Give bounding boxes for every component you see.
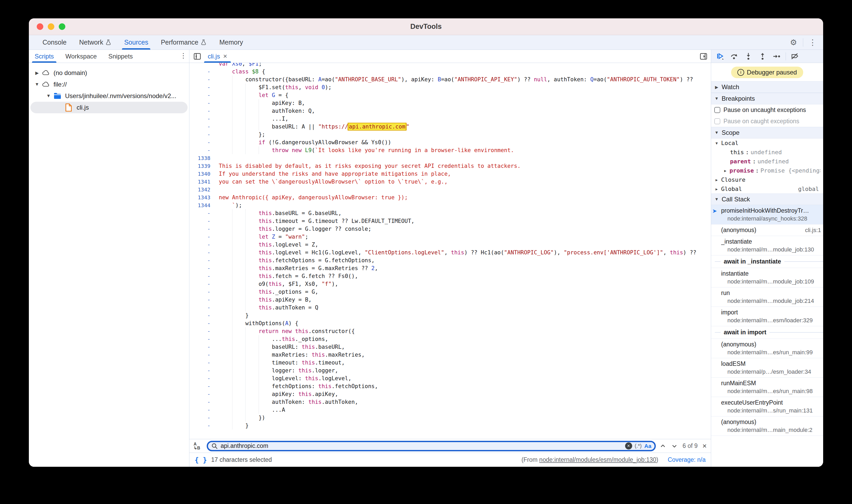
regex-toggle[interactable]: (.*) bbox=[635, 443, 642, 449]
code-line[interactable]: 1339This is disabled by default, as it r… bbox=[190, 162, 711, 170]
code-line[interactable]: - return new this.constructor({ bbox=[190, 327, 711, 335]
call-stack-frame[interactable]: loadESMnode:internal/p…/esm_loader:34 bbox=[711, 358, 823, 378]
line-number-gutter[interactable]: - bbox=[190, 107, 214, 115]
watch-section-header[interactable]: ▶ Watch bbox=[711, 81, 823, 93]
line-number-gutter[interactable]: - bbox=[190, 375, 214, 382]
line-number-gutter[interactable]: 1339 bbox=[190, 162, 214, 170]
clear-search-icon[interactable]: × bbox=[625, 443, 632, 449]
collapse-navigator-icon[interactable] bbox=[192, 51, 203, 62]
line-number-gutter[interactable]: - bbox=[190, 390, 214, 398]
code-line[interactable]: - }) bbox=[190, 414, 711, 422]
line-number-gutter[interactable]: - bbox=[190, 217, 214, 225]
line-number-gutter[interactable]: - bbox=[190, 99, 214, 107]
code-line[interactable]: - apiKey: B, bbox=[190, 99, 711, 107]
toggle-replace-icon[interactable]: A ↳B bbox=[194, 442, 203, 450]
line-number-gutter[interactable]: - bbox=[190, 209, 214, 217]
code-line[interactable]: - o9(this, $F1, Xs0, "f"), bbox=[190, 280, 711, 288]
code-line[interactable]: - } bbox=[190, 311, 711, 319]
code-line[interactable]: - ...this._options, bbox=[190, 335, 711, 343]
code-line[interactable]: - } bbox=[190, 422, 711, 430]
code-line[interactable]: 1341you can set the \`dangerouslyAllowBr… bbox=[190, 178, 711, 186]
match-case-toggle[interactable]: Aa bbox=[644, 443, 651, 449]
line-number-gutter[interactable]: - bbox=[190, 414, 214, 422]
coverage-link[interactable]: Coverage: n/a bbox=[668, 456, 706, 463]
line-number-gutter[interactable]: - bbox=[190, 296, 214, 304]
close-tab-icon[interactable]: × bbox=[223, 52, 227, 60]
tab-console[interactable]: Console bbox=[36, 35, 73, 50]
line-number-gutter[interactable]: - bbox=[190, 359, 214, 366]
call-stack-frame[interactable]: ➤promiseInitHookWithDestroyTr…node:inter… bbox=[711, 205, 823, 224]
pause-uncaught-checkbox[interactable] bbox=[714, 107, 720, 113]
code-line[interactable]: - this.maxRetries = G.maxRetries ?? 2, bbox=[190, 264, 711, 272]
line-number-gutter[interactable]: - bbox=[190, 241, 214, 249]
step-out-icon[interactable] bbox=[756, 51, 769, 61]
code-line[interactable]: - maxRetries: this.maxRetries, bbox=[190, 351, 711, 359]
code-line[interactable]: - withOptions(A) { bbox=[190, 319, 711, 327]
line-number-gutter[interactable]: - bbox=[190, 256, 214, 264]
scope-property-row[interactable]: ▶promise: Promise {<pending>} bbox=[711, 166, 823, 175]
call-stack-frame[interactable]: runMainESMnode:internal/m…es/run_main:98 bbox=[711, 378, 823, 397]
code-line[interactable]: - fetchOptions: this.fetchOptions, bbox=[190, 382, 711, 390]
step-icon[interactable] bbox=[770, 51, 783, 61]
call-stack-frame[interactable]: (anonymous)node:internal/m…main_module:2 bbox=[711, 416, 823, 436]
line-number-gutter[interactable]: - bbox=[190, 366, 214, 375]
line-number-gutter[interactable]: 1344 bbox=[190, 201, 214, 209]
line-number-gutter[interactable]: - bbox=[190, 272, 214, 280]
scope-section-header[interactable]: ▼ Scope bbox=[711, 127, 823, 139]
callstack-section-header[interactable]: ▼ Call Stack bbox=[711, 194, 823, 205]
line-number-gutter[interactable]: 1340 bbox=[190, 170, 214, 178]
code-line[interactable]: - this.baseURL = G.baseURL, bbox=[190, 209, 711, 217]
tree-item-users-jinhuilee-nvm-versions-node-v2-[interactable]: ▼Users/jinhuilee/.nvm/versions/node/v2..… bbox=[29, 90, 189, 102]
line-number-gutter[interactable]: - bbox=[190, 335, 214, 343]
code-line[interactable]: - this.logger = G.logger ?? console; bbox=[190, 225, 711, 233]
code-line[interactable]: - this.apiKey = B, bbox=[190, 296, 711, 304]
pretty-print-icon[interactable]: { } bbox=[195, 456, 207, 464]
source-editor[interactable]: var Xs0, $F1;- class $8 {- constructor({… bbox=[190, 63, 711, 439]
call-stack-frame[interactable]: _instantiatenode:internal/m…module_job:1… bbox=[711, 236, 823, 255]
code-line[interactable]: - logLevel: this.logLevel, bbox=[190, 375, 711, 382]
code-line[interactable]: 1340If you understand the risks and have… bbox=[190, 170, 711, 178]
step-into-icon[interactable] bbox=[742, 51, 755, 61]
code-line[interactable]: - let G = { bbox=[190, 91, 711, 99]
line-number-gutter[interactable]: - bbox=[190, 115, 214, 123]
line-number-gutter[interactable]: 1341 bbox=[190, 178, 214, 186]
tree-item-cli-js[interactable]: cli.js bbox=[29, 102, 189, 113]
more-options-kebab-icon[interactable]: ⋮ bbox=[807, 37, 818, 48]
code-line[interactable]: - ...A bbox=[190, 406, 711, 414]
line-number-gutter[interactable]: - bbox=[190, 84, 214, 91]
code-line[interactable]: - class $8 { bbox=[190, 68, 711, 75]
tree-item--no-domain-[interactable]: ▶(no domain) bbox=[29, 67, 189, 79]
code-line[interactable]: - if (!G.dangerouslyAllowBrowser && Ys0(… bbox=[190, 139, 711, 146]
line-number-gutter[interactable]: 1338 bbox=[190, 154, 214, 162]
code-line[interactable]: - authToken: this.authToken, bbox=[190, 398, 711, 406]
code-line[interactable]: - authToken: Q, bbox=[190, 107, 711, 115]
tab-memory[interactable]: Memory bbox=[213, 35, 249, 50]
line-number-gutter[interactable]: - bbox=[190, 131, 214, 139]
code-line[interactable]: 1342 bbox=[190, 186, 711, 194]
breakpoints-section-header[interactable]: ▼ Breakpoints bbox=[711, 93, 823, 104]
line-number-gutter[interactable]: - bbox=[190, 406, 214, 414]
line-number-gutter[interactable]: - bbox=[190, 398, 214, 406]
line-number-gutter[interactable]: - bbox=[190, 311, 214, 319]
line-number-gutter[interactable]: - bbox=[190, 382, 214, 390]
call-stack-frame[interactable]: importnode:internal/m…esm/loader:329 bbox=[711, 307, 823, 326]
call-stack-frame[interactable]: (anonymous)cli.js:1 bbox=[711, 224, 823, 236]
line-number-gutter[interactable] bbox=[190, 63, 214, 68]
code-line[interactable]: - this.timeout = G.timeout ?? Lw.DEFAULT… bbox=[190, 217, 711, 225]
line-number-gutter[interactable]: - bbox=[190, 288, 214, 296]
scope-global-row[interactable]: ▶ Global global bbox=[711, 184, 823, 194]
code-line[interactable]: - this.authToken = Q bbox=[190, 304, 711, 311]
resume-script-icon[interactable] bbox=[714, 51, 726, 61]
code-line[interactable]: 1344 `); bbox=[190, 201, 711, 209]
line-number-gutter[interactable]: 1342 bbox=[190, 186, 214, 194]
line-number-gutter[interactable]: - bbox=[190, 304, 214, 311]
close-search-icon[interactable]: × bbox=[703, 442, 707, 450]
code-line[interactable]: - timeout: this.timeout, bbox=[190, 359, 711, 366]
file-tab-clijs[interactable]: cli.js × bbox=[203, 50, 232, 63]
call-stack-frame[interactable]: executeUserEntryPointnode:internal/m…s/r… bbox=[711, 397, 823, 416]
code-line[interactable]: - this.logLevel = Hc1(G.logLevel, "Clien… bbox=[190, 249, 711, 256]
search-input[interactable] bbox=[220, 443, 622, 449]
settings-gear-icon[interactable]: ⚙ bbox=[788, 37, 799, 48]
pause-uncaught-row[interactable]: Pause on uncaught exceptions bbox=[711, 104, 823, 116]
tab-network[interactable]: Network bbox=[73, 35, 118, 50]
